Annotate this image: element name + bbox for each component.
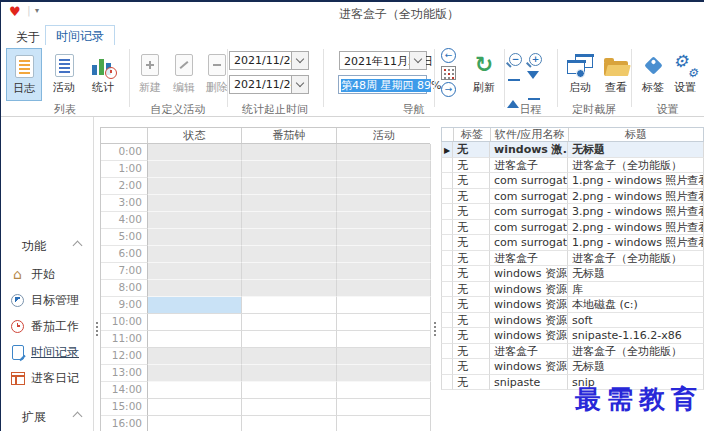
refresh-button[interactable]: ↻ 刷新 [464, 48, 504, 101]
record-row[interactable]: 无windows 资源...本地磁盘 (c:) [441, 297, 704, 313]
record-title-cell[interactable]: 库 [568, 282, 704, 298]
tab-time-record[interactable]: 时间记录 [45, 25, 115, 45]
record-app-cell[interactable]: com surrogate [490, 204, 568, 220]
capture-start-button[interactable]: 启动 [562, 48, 598, 101]
end-date-picker[interactable]: 2021/11/24 [229, 75, 309, 94]
timeline-cell[interactable] [242, 280, 337, 297]
timeline-cell[interactable] [148, 178, 242, 195]
week-info-box[interactable]: 第48周 星期四 89% [338, 75, 427, 94]
record-tag-cell[interactable]: 无 [453, 158, 490, 174]
timeline-cell[interactable] [242, 178, 337, 195]
record-app-cell[interactable]: 进客盒子 [490, 251, 568, 267]
settings-button[interactable]: ⚙⚙ 设置 [668, 48, 702, 101]
record-app-cell[interactable]: windows 资源... [490, 266, 568, 282]
timeline-cell[interactable] [242, 297, 337, 314]
timeline-cell[interactable] [242, 399, 337, 416]
record-row[interactable]: 无com surrogate3.png - windows 照片查看器 [441, 204, 704, 220]
timeline-cell[interactable] [242, 212, 337, 229]
record-tag-cell[interactable]: 无 [453, 235, 490, 251]
timeline-cell[interactable] [242, 331, 337, 348]
timeline-cell[interactable] [337, 331, 431, 348]
scroll-to-top-icon[interactable] [507, 79, 521, 100]
timeline-cell[interactable] [337, 314, 431, 331]
nav-date-picker[interactable]: 2021年11月25日 [339, 51, 427, 70]
dropdown-arrow-icon[interactable] [409, 52, 426, 69]
sidebar-item-pomodoro[interactable]: 番茄工作 [10, 318, 79, 334]
record-title-cell[interactable]: 1.png - windows 照片查看器 [568, 173, 704, 189]
tag-button[interactable]: 标签 [636, 48, 670, 101]
timeline-cell[interactable] [337, 144, 431, 161]
timeline-cell[interactable] [242, 229, 337, 246]
zoom-out-icon[interactable]: − [509, 53, 522, 66]
left-splitter-handle[interactable] [96, 322, 98, 324]
timeline-cell[interactable] [242, 416, 337, 431]
next-day-icon[interactable]: → [441, 82, 456, 97]
record-row[interactable]: 无进客盒子进客盒子（全功能版） [441, 251, 704, 267]
timeline-cell[interactable] [148, 331, 242, 348]
timeline-cell[interactable] [337, 399, 431, 416]
timeline-cell[interactable] [148, 416, 242, 431]
record-title-cell[interactable]: soft [568, 313, 704, 329]
record-app-cell[interactable]: com surrogate [490, 173, 568, 189]
record-tag-cell[interactable]: 无 [453, 204, 490, 220]
edit-button[interactable]: 编辑 [168, 48, 200, 101]
record-tag-cell[interactable]: 无 [453, 251, 490, 267]
timeline-cell[interactable] [148, 263, 242, 280]
record-row[interactable]: 无windows 资源...无标题 [441, 359, 704, 375]
record-app-cell[interactable]: 进客盒子 [490, 158, 568, 174]
tab-about[interactable]: 关于 [7, 27, 49, 48]
capture-view-button[interactable]: 查看 [598, 48, 634, 101]
timeline-cell[interactable] [337, 416, 431, 431]
timeline-cell[interactable] [148, 365, 242, 382]
timeline-cell[interactable] [337, 229, 431, 246]
timeline-cell[interactable] [337, 195, 431, 212]
record-tag-cell[interactable]: 无 [453, 297, 490, 313]
record-title-cell[interactable]: 进客盒子（全功能版） [568, 251, 704, 267]
log-button[interactable]: 日志 [6, 48, 42, 101]
record-tag-cell[interactable]: 无 [453, 328, 490, 344]
record-row[interactable]: 无进客盒子进客盒子（全功能版） [441, 344, 704, 360]
timeline-cell[interactable] [242, 314, 337, 331]
timeline-cell[interactable] [337, 297, 431, 314]
record-row[interactable]: 无com surrogate2.png - windows 照片查看器 [441, 189, 704, 205]
timeline-cell[interactable] [148, 280, 242, 297]
record-tag-cell[interactable]: 无 [453, 142, 490, 158]
record-app-cell[interactable]: windows 资源... [490, 359, 568, 375]
zoom-in-icon[interactable]: + [529, 53, 542, 66]
sidebar-item-time-record[interactable]: 时间记录 [10, 344, 79, 360]
record-app-cell[interactable]: windows 资源... [490, 282, 568, 298]
record-row[interactable]: 无windows 资源...无标题 [441, 266, 704, 282]
prev-day-icon[interactable]: ← [441, 48, 456, 63]
record-app-cell[interactable]: 进客盒子 [490, 344, 568, 360]
record-title-cell[interactable]: 2.png - windows 照片查看器 [568, 220, 704, 236]
record-title-cell[interactable]: 本地磁盘 (c:) [568, 297, 704, 313]
timeline-cell[interactable] [148, 382, 242, 399]
record-title-cell[interactable]: 无标题 [568, 142, 704, 158]
record-row[interactable]: 无windows 资源...库 [441, 282, 704, 298]
timeline-cell[interactable] [242, 263, 337, 280]
record-row[interactable]: 无windows 资源...snipaste-1.16.2-x86 [441, 328, 704, 344]
right-splitter-handle[interactable] [434, 322, 436, 324]
record-app-cell[interactable]: windows 资源... [490, 328, 568, 344]
timeline-cell[interactable] [148, 348, 242, 365]
record-tag-cell[interactable]: 无 [453, 282, 490, 298]
record-title-cell[interactable]: 2.png - windows 照片查看器 [568, 189, 704, 205]
record-app-cell[interactable]: com surrogate [490, 189, 568, 205]
timeline-cell[interactable] [242, 348, 337, 365]
record-tag-cell[interactable]: 无 [453, 266, 490, 282]
sidebar-section-extensions[interactable]: 扩展 [22, 409, 46, 426]
dropdown-arrow-icon[interactable] [291, 52, 308, 69]
timeline-cell[interactable] [337, 161, 431, 178]
record-tag-cell[interactable]: 无 [453, 189, 490, 205]
record-row[interactable]: 无进客盒子进客盒子（全功能版） [441, 158, 704, 174]
record-tag-cell[interactable]: 无 [453, 359, 490, 375]
timeline-cell[interactable] [337, 212, 431, 229]
sidebar-section-functions[interactable]: 功能 [22, 238, 46, 255]
record-app-cell[interactable]: windows 资源... [490, 313, 568, 329]
timeline-cell[interactable] [242, 144, 337, 161]
timeline-cell[interactable] [337, 382, 431, 399]
record-tag-cell[interactable]: 无 [453, 344, 490, 360]
record-row[interactable]: 无com surrogate1.png - windows 照片查看器 [441, 173, 704, 189]
record-tag-cell[interactable]: 无 [453, 375, 490, 391]
record-title-cell[interactable]: 无标题 [568, 359, 704, 375]
